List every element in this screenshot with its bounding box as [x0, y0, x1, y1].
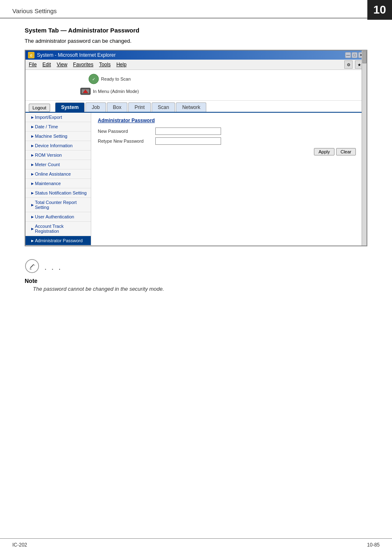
tab-system[interactable]: System — [55, 102, 85, 112]
sidebar-item-online-assistance[interactable]: Online Assistance — [25, 169, 91, 179]
menu-help[interactable]: Help — [116, 62, 127, 67]
sidebar-item-meter-count[interactable]: Meter Count — [25, 160, 91, 169]
sidebar-item-admin-password[interactable]: Administrator Password — [25, 236, 91, 246]
status-text-area: Ready to Scan — [101, 76, 131, 81]
toolbar-icon-1[interactable]: ⚙ — [344, 60, 353, 69]
status-icons: ✓ Ready to Scan In Menu (Admin Mode) — [80, 73, 139, 97]
note-dots: . . . — [44, 262, 62, 272]
sidebar-item-machine-setting[interactable]: Machine Setting — [25, 132, 91, 141]
note-icon-area: . . . — [25, 259, 367, 275]
sidebar-item-import-export[interactable]: Import/Export — [25, 113, 91, 122]
retype-password-row: Retype New Password — [98, 137, 360, 145]
sidebar-item-status-notification[interactable]: Status Notification Setting — [25, 188, 91, 198]
nav-tabs-row: Logout System Job Box Print Scan Network — [25, 101, 367, 113]
sidebar-item-rom-version[interactable]: ROM Version — [25, 151, 91, 160]
mode-text: In Menu (Admin Mode) — [93, 89, 139, 94]
browser-scrollbar[interactable] — [362, 51, 367, 246]
menu-file[interactable]: File — [29, 62, 37, 67]
svg-text:✓: ✓ — [92, 77, 95, 81]
page-title-area: Various Settings — [0, 0, 392, 19]
svg-line-6 — [30, 264, 34, 268]
page-title: Various Settings — [12, 7, 380, 14]
scanner-icon-2 — [80, 86, 91, 97]
main-content: Import/Export Date / Time Machine Settin… — [25, 113, 367, 246]
tab-scan[interactable]: Scan — [152, 102, 175, 112]
tab-job[interactable]: Job — [85, 102, 106, 112]
content-area: Administrator Password New Password Rety… — [91, 113, 367, 246]
new-password-label: New Password — [98, 129, 151, 134]
new-password-row: New Password — [98, 127, 360, 135]
section-description: The administrator password can be change… — [0, 38, 392, 44]
note-text: The password cannot be changed in the se… — [25, 286, 367, 292]
new-password-input[interactable] — [155, 127, 221, 135]
svg-line-9 — [34, 264, 35, 266]
menubar-items: File Edit View Favorites Tools Help — [29, 62, 127, 67]
status-icons-row: ✓ Ready to Scan — [88, 73, 131, 85]
note-pencil-icon — [25, 259, 41, 275]
menu-edit[interactable]: Edit — [42, 62, 51, 67]
minimize-button[interactable]: — — [345, 52, 351, 58]
form-buttons: Apply Clear — [98, 148, 360, 155]
clear-button[interactable]: Clear — [336, 148, 356, 155]
section-heading: System Tab — Administrator Password — [25, 27, 367, 34]
tab-network[interactable]: Network — [176, 102, 206, 112]
apply-button[interactable]: Apply — [314, 148, 334, 155]
note-label: Note — [25, 278, 367, 284]
scanner-icon-1: ✓ — [88, 73, 99, 85]
section-heading-area: System Tab — Administrator Password — [0, 27, 392, 34]
browser-icon: e — [28, 52, 35, 58]
sidebar-item-account-track[interactable]: Account Track Registration — [25, 222, 91, 236]
menubar-right: ⚙ ★ — [344, 60, 363, 69]
restore-button[interactable]: □ — [352, 52, 357, 58]
sidebar-item-total-counter[interactable]: Total Counter Report Setting — [25, 198, 91, 212]
content-section-title: Administrator Password — [98, 118, 360, 123]
status-area: ✓ Ready to Scan In Menu (Admin Mode) — [25, 70, 367, 101]
tab-print[interactable]: Print — [128, 102, 151, 112]
retype-password-input[interactable] — [155, 137, 221, 145]
browser-window: e System - Microsoft Internet Explorer —… — [25, 50, 367, 246]
sidebar-item-maintenance[interactable]: Maintenance — [25, 179, 91, 188]
page-footer: IC-202 10-85 — [0, 538, 392, 548]
sidebar-item-device-info[interactable]: Device Information — [25, 141, 91, 151]
browser-title-area: e System - Microsoft Internet Explorer — [28, 52, 115, 58]
browser-title: System - Microsoft Internet Explorer — [37, 52, 115, 58]
note-section: . . . Note The password cannot be change… — [0, 246, 392, 304]
status-mode-row: In Menu (Admin Mode) — [80, 86, 139, 97]
browser-titlebar: e System - Microsoft Internet Explorer —… — [25, 51, 367, 60]
logout-button[interactable]: Logout — [29, 104, 50, 112]
retype-password-label: Retype New Password — [98, 139, 151, 144]
tab-box[interactable]: Box — [107, 102, 128, 112]
ready-text: Ready to Scan — [101, 76, 131, 81]
browser-menubar: File Edit View Favorites Tools Help ⚙ ★ — [25, 60, 367, 70]
menu-tools[interactable]: Tools — [99, 62, 111, 67]
sidebar-item-user-auth[interactable]: User Authentication — [25, 212, 91, 222]
scrollbar-thumb[interactable] — [362, 51, 367, 63]
sidebar: Import/Export Date / Time Machine Settin… — [25, 113, 91, 246]
admin-mode-text-area: In Menu (Admin Mode) — [93, 89, 139, 94]
footer-left: IC-202 — [12, 542, 27, 548]
menu-view[interactable]: View — [57, 62, 67, 67]
sidebar-item-date-time[interactable]: Date / Time — [25, 122, 91, 132]
footer-right: 10-85 — [367, 542, 380, 548]
page-number-badge: 10 — [367, 0, 392, 20]
menu-favorites[interactable]: Favorites — [73, 62, 93, 67]
